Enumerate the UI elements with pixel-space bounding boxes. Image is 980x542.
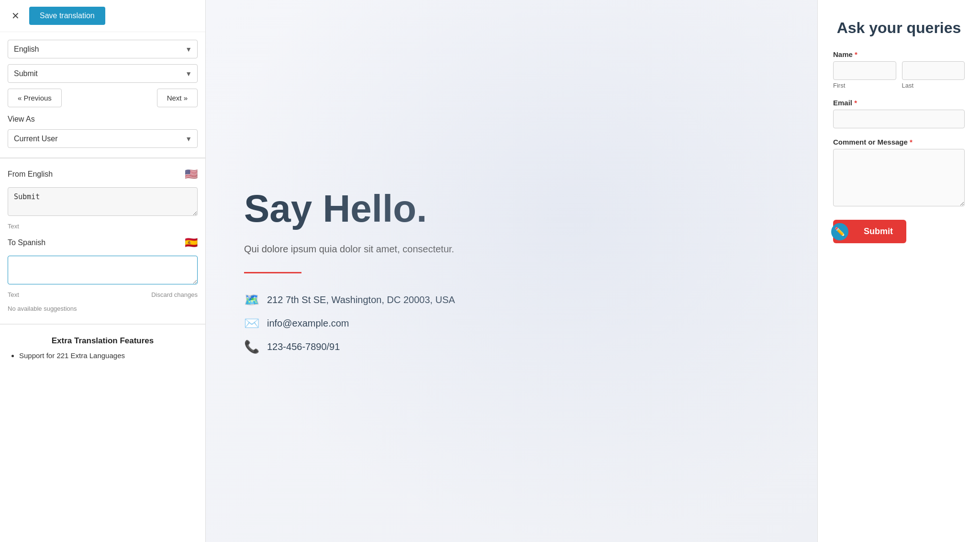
map-icon: 🗺️ [244,293,259,307]
submit-btn-wrap: ✏️ Submit [833,220,965,243]
to-lang-header: To Spanish 🇪🇸 [8,237,198,249]
extra-features-title: Extra Translation Features [8,336,198,346]
name-fields: First Last [833,61,965,89]
panel-controls: English Spanish French German ▼ Submit C… [0,32,205,156]
contact-address: 🗺️ 212 7th St SE, Washington, DC 20003, … [244,293,779,307]
from-lang-label: From English [8,170,53,179]
contact-items: 🗺️ 212 7th St SE, Washington, DC 20003, … [244,293,779,354]
from-field-type: Text [8,223,19,230]
from-lang-header: From English 🇺🇸 [8,168,198,181]
view-as-label: View As [8,115,198,124]
submit-button[interactable]: ✏️ Submit [833,220,906,243]
hero-divider [244,272,301,273]
email-text: info@example.com [267,318,349,329]
last-name-wrap: Last [902,61,965,89]
close-button[interactable]: ✕ [8,8,23,23]
panel-divider [0,158,205,158]
first-name-label: First [833,82,896,89]
translation-section: From English 🇺🇸 Submit Text To Spanish 🇪… [0,160,205,320]
view-as-select-wrapper: Current User Guest Admin ▼ [8,129,198,148]
comment-form-group: Comment or Message * [833,138,965,206]
email-icon: ✉️ [244,316,259,331]
nav-buttons: « Previous Next » [8,89,198,107]
string-select-wrapper: Submit Cancel Save Delete ▼ [8,64,198,83]
submit-icon: ✏️ [831,223,848,240]
from-flag-icon: 🇺🇸 [185,168,198,181]
to-lang-label: To Spanish [8,238,45,247]
form-title: Ask your queries [833,19,965,37]
previous-button[interactable]: « Previous [8,89,62,107]
top-bar: ✕ Save translation [0,0,205,32]
hero-subtitle: Qui dolore ipsum quia dolor sit amet, co… [244,241,493,257]
extra-features-section: Extra Translation Features Support for 2… [0,324,205,370]
main-content: Say Hello. Qui dolore ipsum quia dolor s… [206,0,817,542]
email-input[interactable] [833,110,965,128]
suggestions-text: No available suggestions [8,305,198,312]
submit-btn-label: Submit [864,226,893,237]
to-field-meta: Text Discard changes [8,291,198,298]
phone-icon: 📞 [244,339,259,354]
first-name-wrap: First [833,61,896,89]
name-form-group: Name * First Last [833,50,965,89]
comment-label: Comment or Message * [833,138,965,146]
comment-textarea[interactable] [833,149,965,206]
comment-required-star: * [910,138,913,146]
to-flag-icon: 🇪🇸 [185,237,198,249]
email-form-group: Email * [833,99,965,128]
language-select-wrapper: English Spanish French German ▼ [8,40,198,58]
name-label: Name * [833,50,965,58]
contact-phone: 📞 123-456-7890/91 [244,339,779,354]
string-select[interactable]: Submit Cancel Save Delete [8,64,198,83]
from-text-area[interactable]: Submit [8,187,198,216]
address-text: 212 7th St SE, Washington, DC 20003, USA [267,294,455,305]
phone-text: 123-456-7890/91 [267,341,340,352]
list-item: Support for 221 Extra Languages [19,351,198,360]
from-field-meta: Text [8,223,198,230]
discard-changes-link[interactable]: Discard changes [151,291,198,298]
last-name-label: Last [902,82,965,89]
email-label: Email * [833,99,965,107]
hero-title: Say Hello. [244,188,779,230]
to-field-type: Text [8,291,19,298]
first-name-input[interactable] [833,61,896,80]
name-required-star: * [855,50,858,58]
email-required-star: * [854,99,857,107]
language-select[interactable]: English Spanish French German [8,40,198,58]
contact-email: ✉️ info@example.com [244,316,779,331]
right-panel: Ask your queries Name * First Last Email… [817,0,980,542]
extra-features-list: Support for 221 Extra Languages [8,351,198,360]
save-translation-button[interactable]: Save translation [29,7,105,25]
view-as-select[interactable]: Current User Guest Admin [8,129,198,148]
left-panel: ✕ Save translation English Spanish Frenc… [0,0,206,542]
last-name-input[interactable] [902,61,965,80]
to-text-area[interactable] [8,256,198,284]
next-button[interactable]: Next » [157,89,198,107]
